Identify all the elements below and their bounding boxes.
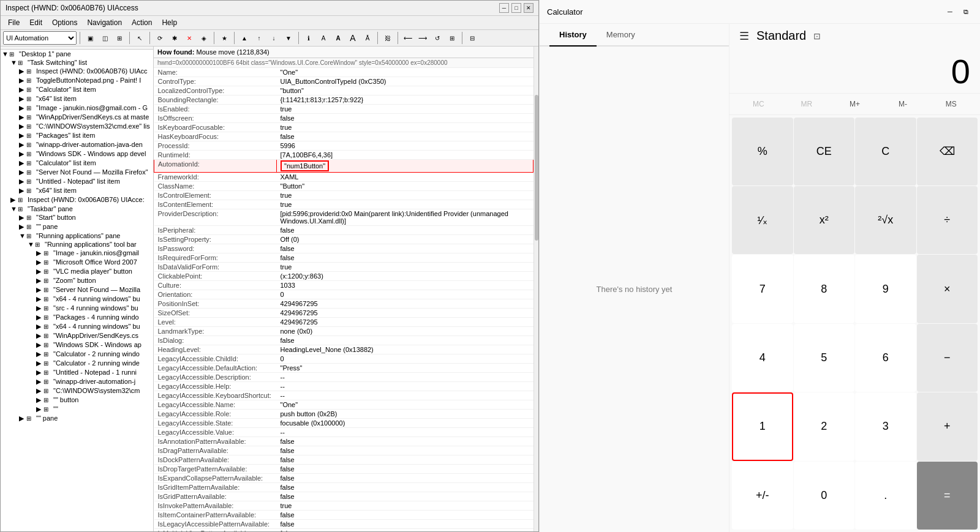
equals-button[interactable]: = [917,462,978,530]
tree-item[interactable]: ▶⊞"Calculator - 2 running windo [1,350,153,359]
tree-item[interactable]: ▶⊞"Untitled - Notepad - 1 runni [1,368,153,377]
always-on-top-icon[interactable]: ⊡ [813,31,821,41]
tree-item[interactable]: ▼⊞"Desktop 1" pane [1,50,153,58]
toolbar-btn-star[interactable]: ★ [217,31,231,45]
six-button[interactable]: 6 [855,324,916,392]
memory-tab[interactable]: Memory [597,24,645,47]
tree-expander[interactable]: ▶ [36,341,43,349]
tree-item[interactable]: ▶⊞"" [1,405,153,414]
tree-item[interactable]: ▶⊞Inspect (HWND: 0x006A0B76) UIAcc [1,67,153,76]
tree-item[interactable]: ▶⊞"Calculator" list item [1,85,153,94]
menu-file[interactable]: File [3,17,24,28]
toolbar-btn-fwd[interactable]: ⟶ [416,31,429,45]
toolbar-btn-chain[interactable]: ⛓ [381,31,394,45]
menu-navigation[interactable]: Navigation [82,17,127,28]
tree-expander[interactable]: ▶ [19,168,26,176]
plus-button[interactable]: + [917,392,978,460]
ce-button[interactable]: CE [794,118,855,185]
tree-item[interactable]: ▶⊞"x64 - 4 running windows" bu [1,294,153,304]
toolbar-btn-up2[interactable]: ↑ [252,31,266,45]
tree-expander[interactable]: ▶ [19,187,26,195]
toolbar-btn-b2[interactable]: ⊞ [445,31,459,45]
tree-expander[interactable]: ▶ [19,414,26,422]
tree-expander[interactable]: ▼ [10,59,18,66]
vertical-scrollbar[interactable] [533,47,538,531]
tree-expander[interactable]: ▶ [36,323,43,331]
tree-item[interactable]: ▶⊞"C:\WINDOWS\system32\cmd.exe" lis [1,122,153,131]
tree-expander[interactable]: ▶ [36,304,43,312]
tree-expander[interactable]: ▶ [19,178,26,185]
toolbar-btn-2[interactable]: ◫ [98,31,111,45]
tree-expander[interactable]: ▶ [19,104,26,112]
toolbar-btn-red[interactable]: ✕ [183,31,196,45]
menu-edit[interactable]: Edit [24,17,47,28]
calc-maximize-button[interactable]: ⧉ [959,5,973,18]
tree-expander[interactable]: ▶ [19,150,26,158]
tree-item[interactable]: ▶⊞"Windows SDK - Windows ap [1,340,153,350]
divide-button[interactable]: ÷ [917,186,978,254]
menu-action[interactable]: Action [127,17,157,28]
tree-expander[interactable]: ▶ [36,396,43,404]
tree-expander[interactable]: ▶ [19,214,26,222]
mem-ms-button[interactable]: MS [938,96,965,112]
toolbar-btn-5[interactable]: ✱ [168,31,181,45]
nine-button[interactable]: 9 [855,255,916,323]
tree-expander[interactable]: ▼ [19,232,26,239]
tree-item[interactable]: ▶⊞"x64 - 4 running windows" bu [1,322,153,331]
history-tab[interactable]: History [549,24,597,47]
tree-expander[interactable]: ▶ [36,378,43,386]
tree-expander[interactable]: ▶ [36,286,43,294]
tree-item[interactable]: ▶⊞"src - 4 running windows" bu [1,304,153,313]
tree-item[interactable]: ▶⊞"Start" button [1,213,153,222]
toolbar-btn-b1[interactable]: ↺ [431,31,444,45]
four-button[interactable]: 4 [732,324,793,392]
tree-expander[interactable]: ▶ [36,258,43,266]
scrollbar-thumb[interactable] [535,95,538,241]
tree-item[interactable]: ▶⊞"x64" list item [1,186,153,195]
eight-button[interactable]: 8 [794,255,855,323]
tree-item[interactable]: ▶⊞"" pane [1,414,153,423]
toolbar-btn-4[interactable]: ⟳ [153,31,167,45]
tree-expander[interactable]: ▶ [19,159,26,167]
toolbar-btn-a3[interactable]: A [331,31,345,45]
two-button[interactable]: 2 [794,392,855,460]
negate-button[interactable]: +/- [732,462,793,530]
toolbar-btn-down[interactable]: ↓ [267,31,281,45]
toolbar-btn-a4[interactable]: A [346,31,360,45]
minus-button[interactable]: − [917,324,978,392]
tree-item[interactable]: ▶⊞"Image - janukin.nios@gmail.com - G [1,103,153,113]
close-button[interactable]: ✕ [524,3,533,13]
mem-mminus-button[interactable]: M- [889,96,916,112]
tree-expander[interactable]: ▶ [36,350,43,358]
multiply-button[interactable]: × [917,255,978,323]
tree-expander[interactable]: ▶ [19,95,26,103]
tree-expander[interactable]: ▶ [36,295,43,303]
tree-expander[interactable]: ▶ [19,67,26,75]
mem-mplus-button[interactable]: M+ [841,96,868,112]
percent-button[interactable]: % [732,118,793,185]
toolbar-btn-a1[interactable]: ℹ [302,31,315,45]
mem-mc-button[interactable]: MC [745,96,772,112]
reciprocal-button[interactable]: ¹⁄ₓ [732,186,793,254]
toolbar-btn-a2[interactable]: A [317,31,330,45]
tree-item[interactable]: ▼⊞"Task Switching" list [1,58,153,67]
tree-item[interactable]: ▶⊞"Calculator - 2 running winde [1,359,153,368]
tree-expander[interactable]: ▶ [19,113,26,121]
calc-minimize-button[interactable]: ─ [943,5,957,18]
tree-expander[interactable]: ▶ [36,387,43,395]
tree-item[interactable]: ▶⊞ToggleButtonNotepad.png - Paint! I [1,76,153,85]
toolbar-btn-grid[interactable]: ⊟ [466,31,479,45]
tree-item[interactable]: ▶⊞"Server Not Found — Mozilla Firefox" [1,168,153,177]
tree-expander[interactable]: ▶ [36,405,43,413]
seven-button[interactable]: 7 [732,255,793,323]
tree-item[interactable]: ▶⊞"Packages - 4 running windo [1,313,153,322]
tree-expander[interactable]: ▶ [19,141,26,149]
tree-expander[interactable]: ▼ [2,50,9,58]
tree-item[interactable]: ▼⊞"Running applications" tool bar [1,240,153,249]
minimize-button[interactable]: ─ [499,3,509,13]
toolbar-btn-down2[interactable]: ▼ [282,31,295,45]
tree-expander[interactable]: ▶ [19,122,26,130]
tree-item[interactable]: ▶⊞"Server Not Found — Mozilla [1,285,153,294]
tree-expander[interactable]: ▶ [36,313,43,321]
three-button[interactable]: 3 [855,392,916,460]
